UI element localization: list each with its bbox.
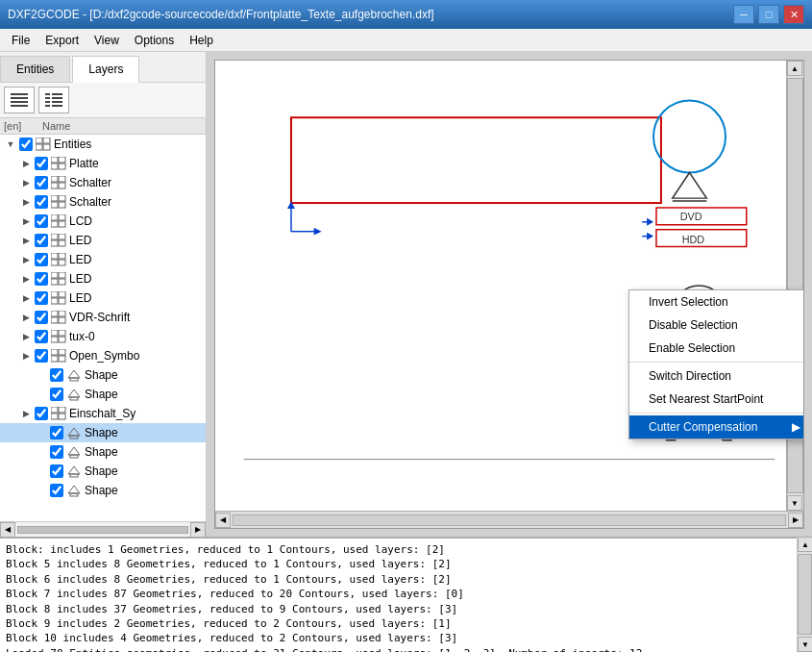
tool-btn-list[interactable] [4, 87, 35, 113]
hscroll-right[interactable]: ▶ [190, 522, 206, 538]
tree-expand-icon[interactable]: ▶ [19, 157, 33, 170]
canvas-hscroll-left[interactable]: ◀ [215, 513, 231, 528]
tab-layers[interactable]: Layers [72, 56, 139, 83]
tree-expand-icon[interactable]: ▶ [19, 195, 33, 209]
menu-help[interactable]: Help [182, 32, 221, 49]
tree-checkbox[interactable] [35, 234, 48, 247]
tree-row[interactable]: ▼Entities [0, 135, 206, 154]
tree-checkbox[interactable] [19, 138, 33, 151]
tree-expand-icon[interactable]: ▶ [19, 291, 33, 305]
svg-rect-33 [59, 234, 65, 239]
hscroll-track[interactable] [17, 526, 188, 534]
tree-expand-icon[interactable]: ▶ [19, 253, 33, 266]
tree-expand-icon[interactable]: ▼ [4, 138, 17, 151]
tree-row[interactable]: ▶Schalter [0, 173, 206, 192]
canvas-hscroll-track[interactable] [233, 514, 786, 526]
tree-row[interactable]: ▶LCD [0, 212, 206, 231]
ctx-cutter-label: Cutter Compensation [649, 420, 757, 434]
tree-expand-icon[interactable]: ▶ [19, 272, 33, 286]
tree-row[interactable]: Shape [0, 365, 206, 385]
svg-rect-47 [59, 298, 65, 304]
tree-checkbox[interactable] [35, 311, 48, 324]
tree-checkbox[interactable] [35, 349, 48, 363]
tree-checkbox[interactable] [35, 214, 48, 228]
ctx-set-nearest[interactable]: Set Nearest StartPoint [629, 388, 804, 411]
canvas-area[interactable]: DVD HDD [207, 52, 812, 537]
tree-checkbox[interactable] [50, 484, 63, 497]
tree-checkbox[interactable] [35, 157, 48, 170]
menu-view[interactable]: View [86, 32, 127, 49]
tree-checkbox[interactable] [50, 426, 63, 439]
tree-expand-icon[interactable]: ▶ [19, 349, 33, 363]
tool-btn-details[interactable] [38, 87, 69, 113]
tree-row[interactable]: ▶VDR-Schrift [0, 308, 206, 327]
minimize-button[interactable]: ─ [733, 5, 754, 24]
tree-checkbox[interactable] [35, 272, 48, 286]
ctx-cutter-compensation[interactable]: Cutter Compensation ▶ [629, 415, 804, 439]
menu-options[interactable]: Options [127, 32, 182, 49]
tree-row[interactable]: Shape [0, 481, 206, 500]
tree-row[interactable]: ▶tux-0 [0, 327, 206, 346]
tree-checkbox[interactable] [35, 407, 48, 420]
log-vscroll-track[interactable] [798, 554, 812, 635]
tree-row[interactable]: ▶Open_Symbo [0, 346, 206, 365]
log-area[interactable]: Block: includes 1 Geometries, reduced to… [0, 537, 812, 652]
ctx-enable-selection[interactable]: Enable Selection [629, 337, 804, 360]
tree-expand-icon[interactable]: ▶ [19, 311, 33, 324]
tree-checkbox[interactable] [50, 388, 63, 401]
close-button[interactable]: ✕ [783, 5, 804, 24]
tree-checkbox[interactable] [50, 368, 63, 382]
app-title: DXF2GCODE - [D:/dxf2gcode-sourcecode/dxf… [8, 8, 434, 21]
tree-row[interactable]: Shape [0, 462, 206, 481]
canvas-hscroll[interactable]: ◀ ▶ [215, 511, 803, 528]
tree-label: tux-0 [69, 330, 95, 343]
ctx-switch-direction[interactable]: Switch Direction [629, 364, 804, 388]
ctx-disable-selection[interactable]: Disable Selection [629, 313, 804, 337]
tree-checkbox[interactable] [50, 445, 63, 459]
tree-checkbox[interactable] [35, 253, 48, 266]
canvas-vscroll[interactable]: ▲ ▼ [786, 61, 803, 511]
tree-checkbox[interactable] [35, 176, 48, 189]
tree-row[interactable]: Shape [0, 442, 206, 462]
svg-rect-14 [36, 144, 42, 150]
log-vscroll-up[interactable]: ▲ [798, 537, 812, 552]
tree-expand-icon[interactable]: ▶ [19, 214, 33, 228]
panel-hscroll[interactable]: ◀ ▶ [0, 521, 206, 537]
tree-expand-icon[interactable]: ▶ [19, 407, 33, 420]
tree-expand-icon[interactable]: ▶ [19, 234, 33, 247]
log-vscroll[interactable]: ▲ ▼ [797, 537, 812, 652]
ctx-invert-selection[interactable]: Invert Selection [629, 290, 804, 313]
tree-container[interactable]: ▼Entities▶Platte▶Schalter▶Schalter▶LCD▶L… [0, 135, 206, 521]
tree-row[interactable]: ▶Schalter [0, 192, 206, 212]
tree-row[interactable]: ▶Platte [0, 154, 206, 173]
hscroll-left[interactable]: ◀ [0, 522, 15, 538]
svg-rect-22 [51, 183, 58, 188]
tree-checkbox[interactable] [35, 330, 48, 343]
svg-rect-32 [51, 234, 58, 239]
tree-row[interactable]: ▶Einschalt_Sy [0, 404, 206, 423]
tree-expand-icon[interactable]: ▶ [19, 176, 33, 189]
svg-rect-38 [51, 260, 58, 265]
svg-rect-21 [59, 176, 65, 182]
tree-row[interactable]: ▶LED [0, 250, 206, 269]
canvas-vscroll-up[interactable]: ▲ [787, 61, 802, 76]
maximize-button[interactable]: □ [758, 5, 779, 24]
menu-export[interactable]: Export [37, 32, 86, 49]
tab-entities[interactable]: Entities [0, 56, 70, 82]
tree-checkbox[interactable] [35, 195, 48, 209]
menubar: File Export View Options Help [0, 29, 812, 52]
tree-row[interactable]: Shape [0, 385, 206, 404]
canvas-vscroll-down[interactable]: ▼ [787, 495, 802, 511]
tree-row[interactable]: ▶LED [0, 269, 206, 288]
tree-expand-icon[interactable]: ▶ [19, 330, 33, 343]
log-vscroll-down[interactable]: ▼ [798, 637, 812, 652]
tree-checkbox[interactable] [35, 291, 48, 305]
svg-rect-4 [45, 93, 50, 95]
menu-file[interactable]: File [4, 32, 37, 49]
tree-row[interactable]: ▶LED [0, 231, 206, 250]
tree-row[interactable]: ▶LED [0, 288, 206, 308]
canvas-hscroll-right[interactable]: ▶ [788, 513, 803, 528]
svg-rect-19 [59, 163, 65, 169]
tree-checkbox[interactable] [50, 464, 63, 478]
tree-row[interactable]: Shape [0, 423, 206, 442]
